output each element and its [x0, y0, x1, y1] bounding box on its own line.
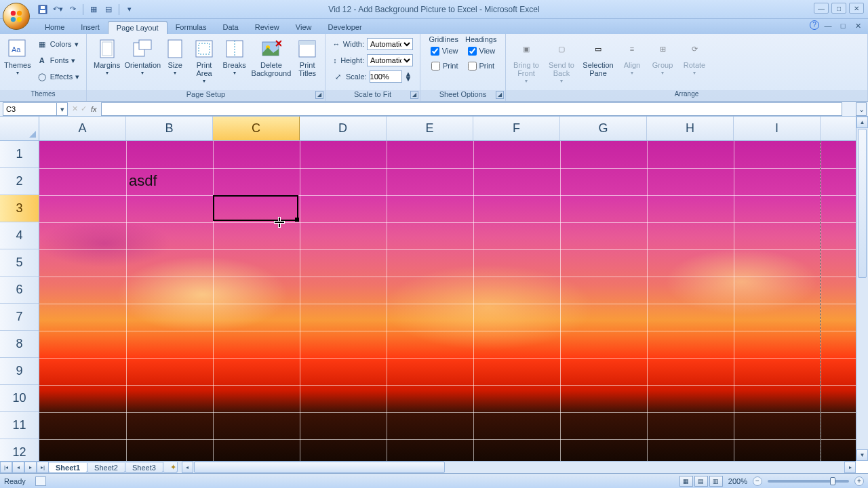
tab-page-layout[interactable]: Page Layout — [108, 21, 167, 34]
help-icon[interactable]: ? — [810, 20, 819, 30]
scale-launcher[interactable]: ◢ — [410, 91, 418, 99]
tab-review[interactable]: Review — [247, 21, 288, 34]
row-header-5[interactable]: 5 — [0, 249, 39, 277]
scroll-up-button[interactable]: ▲ — [856, 117, 868, 128]
zoom-slider-thumb[interactable] — [830, 477, 835, 485]
maximize-button[interactable]: □ — [831, 3, 846, 14]
sheet-tab-sheet1[interactable]: Sheet1 — [48, 463, 87, 473]
print-titles-button[interactable]: Print Titles — [294, 37, 321, 88]
tab-developer[interactable]: Developer — [319, 21, 370, 34]
new-sheet-button[interactable]: ✦ — [163, 462, 178, 473]
themes-button[interactable]: Aa Themes — [4, 37, 31, 88]
sheet-nav-first-button[interactable]: |◂ — [0, 462, 12, 473]
sheet-nav-next-button[interactable]: ▸ — [24, 462, 37, 473]
orientation-button[interactable]: Orientation — [125, 37, 159, 88]
redo-icon[interactable]: ↷ — [66, 3, 79, 16]
scale-height-select[interactable]: Automatic — [367, 54, 413, 66]
vscroll-thumb[interactable] — [858, 129, 867, 278]
tab-insert[interactable]: Insert — [73, 21, 108, 34]
undo-icon[interactable]: ↶▾ — [52, 3, 64, 16]
zoom-in-button[interactable]: + — [854, 476, 864, 486]
row-header-3[interactable]: 3 — [0, 195, 39, 222]
ribbon-close-button[interactable]: ✕ — [852, 20, 864, 31]
theme-effects-button[interactable]: ◯Effects ▾ — [34, 69, 82, 84]
ribbon-minimize-button[interactable]: — — [822, 20, 834, 31]
row-header-7[interactable]: 7 — [0, 304, 39, 331]
theme-colors-button[interactable]: ▦Colors ▾ — [34, 37, 82, 52]
office-button[interactable] — [3, 3, 30, 30]
name-box[interactable]: C3▾ — [3, 102, 68, 116]
horizontal-scrollbar[interactable]: ◂ ▸ — [182, 462, 856, 473]
row-header-10[interactable]: 10 — [0, 385, 39, 412]
column-header-B[interactable]: B — [126, 117, 213, 140]
save-icon[interactable] — [37, 3, 49, 16]
cell-B2[interactable]: asdf — [129, 172, 157, 190]
column-header-D[interactable]: D — [300, 117, 387, 140]
qat-custom2-icon[interactable]: ▤ — [102, 3, 115, 16]
macro-record-icon[interactable] — [35, 476, 46, 486]
ribbon-restore-button[interactable]: □ — [837, 20, 849, 31]
row-header-1[interactable]: 1 — [0, 141, 39, 168]
row-headers[interactable]: 123456789101112 — [0, 141, 39, 461]
print-area-button[interactable]: Print Area — [191, 37, 218, 88]
tab-view[interactable]: View — [288, 21, 320, 34]
sheet-options-launcher[interactable]: ◢ — [496, 91, 504, 99]
delete-background-button[interactable]: Delete Background — [252, 37, 292, 88]
zoom-slider[interactable] — [768, 480, 849, 483]
column-header-A[interactable]: A — [39, 117, 126, 140]
qat-customize-icon[interactable]: ▾ — [123, 3, 136, 16]
page-break-view-button[interactable]: ▥ — [709, 476, 723, 487]
worksheet-grid[interactable]: ABCDEFGHI 123456789101112 asdf ▲ ▼ |◂ ◂ … — [0, 117, 868, 473]
row-header-8[interactable]: 8 — [0, 331, 39, 358]
scale-input[interactable] — [370, 70, 402, 83]
theme-fonts-button[interactable]: AFonts ▾ — [34, 53, 82, 68]
sheet-tab-sheet2[interactable]: Sheet2 — [87, 463, 125, 473]
breaks-button[interactable]: Breaks — [220, 37, 249, 88]
page-layout-view-button[interactable]: ▤ — [694, 476, 708, 487]
column-header-E[interactable]: E — [387, 117, 473, 140]
column-header-I[interactable]: I — [734, 117, 821, 140]
page-setup-launcher[interactable]: ◢ — [315, 91, 323, 99]
selection-pane-button[interactable]: ▭Selection Pane — [580, 37, 616, 88]
column-header-H[interactable]: H — [647, 117, 734, 140]
minimize-button[interactable]: — — [814, 3, 829, 14]
tab-formulas[interactable]: Formulas — [167, 21, 215, 34]
row-header-6[interactable]: 6 — [0, 277, 39, 304]
tab-data[interactable]: Data — [214, 21, 246, 34]
margins-button[interactable]: Margins — [91, 37, 123, 88]
row-header-11[interactable]: 11 — [0, 412, 39, 439]
column-header-G[interactable]: G — [560, 117, 647, 140]
normal-view-button[interactable]: ▦ — [679, 476, 693, 487]
scale-width-select[interactable]: Automatic — [367, 38, 413, 50]
scale-down-button[interactable]: ▼ — [405, 77, 412, 81]
sheet-nav-prev-button[interactable]: ◂ — [12, 462, 24, 473]
zoom-level[interactable]: 200% — [728, 477, 747, 485]
row-header-9[interactable]: 9 — [0, 358, 39, 385]
gridlines-view-checkbox[interactable]: View — [431, 43, 458, 58]
headings-print-checkbox[interactable]: Print — [468, 58, 495, 73]
headings-view-checkbox[interactable]: View — [468, 43, 496, 58]
sheet-tab-sheet3[interactable]: Sheet3 — [125, 463, 163, 473]
close-button[interactable]: ✕ — [849, 3, 864, 14]
namebox-dropdown-icon[interactable]: ▾ — [56, 103, 67, 115]
active-cell-selection[interactable] — [213, 195, 298, 221]
hscroll-thumb[interactable] — [194, 462, 445, 473]
tab-home[interactable]: Home — [37, 21, 73, 34]
size-button[interactable]: Size — [162, 37, 188, 88]
column-header-C[interactable]: C — [213, 117, 300, 140]
gridlines-print-checkbox[interactable]: Print — [431, 58, 458, 73]
row-header-4[interactable]: 4 — [0, 222, 39, 249]
qat-custom1-icon[interactable]: ▦ — [87, 3, 100, 16]
vertical-scrollbar[interactable]: ▲ ▼ — [856, 117, 868, 461]
scroll-right-button[interactable]: ▸ — [844, 462, 856, 473]
fx-icon[interactable]: fx — [91, 105, 97, 113]
formula-bar-expand-button[interactable]: ⌄ — [856, 102, 867, 116]
formula-input[interactable] — [101, 102, 842, 116]
column-header-F[interactable]: F — [473, 117, 560, 140]
zoom-out-button[interactable]: − — [753, 476, 762, 486]
sheet-nav-last-button[interactable]: ▸| — [37, 462, 49, 473]
column-headers[interactable]: ABCDEFGHI — [39, 117, 856, 141]
row-header-2[interactable]: 2 — [0, 168, 39, 195]
select-all-button[interactable] — [0, 117, 39, 141]
scroll-left-button[interactable]: ◂ — [182, 462, 193, 473]
